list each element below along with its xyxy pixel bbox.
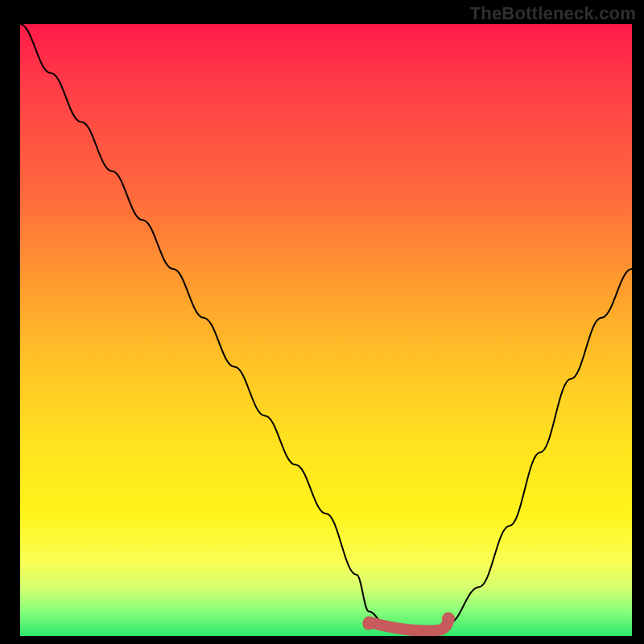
svg-point-1 [442,613,455,625]
plot-area [20,24,632,636]
svg-point-0 [362,617,375,630]
optimal-range-marker [20,24,632,636]
chart-stage: TheBottleneck.com [0,0,644,644]
watermark-text: TheBottleneck.com [470,3,636,24]
